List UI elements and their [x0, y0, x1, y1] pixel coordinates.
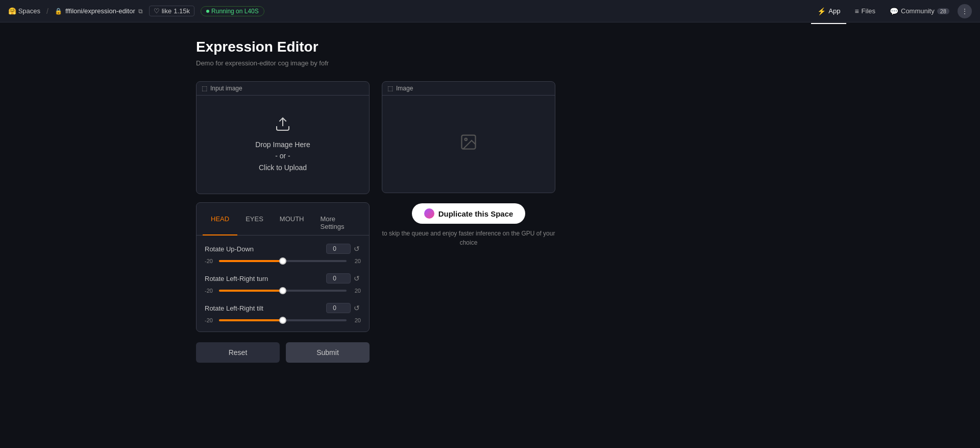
tab-more-settings[interactable]: More Settings	[312, 211, 363, 235]
rotate-lr-tilt-label: Rotate Left-Right tilt	[205, 304, 263, 312]
tab-files[interactable]: ≡ Files	[848, 5, 881, 17]
main-content: Expression Editor Demo for expression-ed…	[184, 22, 796, 379]
slider-max-2: 20	[351, 288, 361, 294]
action-buttons: Reset Submit	[196, 342, 370, 363]
slider-max-3: 20	[351, 317, 361, 323]
rotate-updown-reset[interactable]: ↺	[353, 244, 361, 254]
control-rotate-updown: Rotate Up-Down ↺ -20	[205, 244, 361, 264]
output-image-box: ⬚ Image	[382, 81, 555, 193]
rotate-updown-input[interactable]	[326, 244, 351, 254]
output-image-label: Image	[396, 85, 413, 92]
topnav: 🤗 Spaces / 🔒 fffiloni/expression-editor …	[0, 0, 980, 22]
control-value-box-2: ↺	[326, 273, 361, 284]
left-panel: ⬚ Input image Drop Image Here - or -	[196, 81, 370, 363]
slider-fill-2	[219, 290, 283, 292]
rotate-lr-tilt-reset[interactable]: ↺	[353, 303, 361, 313]
tab-community-label: Community	[901, 7, 935, 15]
tab-app-label: App	[828, 7, 840, 15]
image-output-icon: ⬚	[387, 85, 393, 92]
upload-click-label: Click to Upload	[255, 162, 310, 173]
topnav-left: 🤗 Spaces / 🔒 fffiloni/expression-editor …	[8, 6, 811, 16]
svg-point-2	[465, 138, 468, 141]
input-image-box: ⬚ Input image Drop Image Here - or -	[196, 81, 370, 194]
tab-mouth[interactable]: MOUTH	[272, 211, 312, 235]
tabs-and-controls: HEAD EYES MOUTH More Settings Rotate Up-…	[196, 202, 370, 332]
slider-fill-3	[219, 319, 283, 321]
repo-path: 🔒 fffiloni/expression-editor ⧉	[55, 7, 143, 15]
duplicate-btn-label: Duplicate this Space	[438, 209, 513, 218]
duplicate-desc: to skip the queue and enjoy faster infer…	[382, 229, 555, 247]
topnav-right: ⚡ App ≡ Files 💬 Community 28 ⋮	[811, 4, 972, 18]
page-subtitle: Demo for expression-editor cog image by …	[196, 59, 784, 67]
tab-app[interactable]: ⚡ App	[811, 5, 846, 17]
upload-text: Drop Image Here - or - Click to Upload	[255, 139, 310, 173]
rotate-lr-turn-input[interactable]	[326, 273, 351, 284]
copy-icon[interactable]: ⧉	[138, 8, 143, 15]
tab-files-label: Files	[862, 7, 875, 15]
slider-row-2: -20 20	[205, 288, 361, 294]
app-icon: ⚡	[817, 7, 826, 15]
slider-row-3: -20 20	[205, 317, 361, 323]
slider-max-1: 20	[351, 258, 361, 264]
slider-min-3: -20	[205, 317, 215, 323]
duplicate-cta: Duplicate this Space to skip the queue a…	[382, 203, 555, 247]
heart-icon: ♡	[154, 7, 160, 15]
tab-head[interactable]: HEAD	[203, 211, 237, 235]
slider-track-1[interactable]	[219, 260, 347, 262]
tabs-bar: HEAD EYES MOUTH More Settings	[197, 211, 369, 235]
slider-thumb-1[interactable]	[279, 257, 286, 265]
rotate-updown-label: Rotate Up-Down	[205, 245, 254, 253]
slider-thumb-3[interactable]	[279, 317, 286, 324]
control-value-box-1: ↺	[326, 244, 361, 254]
like-count: 1.15k	[174, 7, 190, 15]
control-label-row-1: Rotate Up-Down ↺	[205, 244, 361, 254]
running-label: Running on L40S	[211, 8, 259, 15]
output-image-body	[382, 96, 555, 193]
slider-track-2[interactable]	[219, 290, 347, 292]
repo-path-text[interactable]: fffiloni/expression-editor	[65, 7, 135, 15]
community-icon: 💬	[890, 7, 898, 15]
control-label-row-3: Rotate Left-Right tilt ↺	[205, 303, 361, 313]
user-avatar[interactable]: ⋮	[958, 4, 972, 18]
output-image-header: ⬚ Image	[382, 82, 555, 96]
rotate-lr-turn-reset[interactable]: ↺	[353, 273, 361, 284]
controls-inner: Rotate Up-Down ↺ -20	[197, 235, 369, 332]
duplicate-icon	[424, 208, 434, 219]
right-panel: ⬚ Image Duplicate	[382, 81, 555, 247]
like-button[interactable]: ♡ like 1.15k	[149, 6, 194, 16]
reset-button[interactable]: Reset	[196, 342, 280, 363]
tab-community[interactable]: 💬 Community 28	[884, 5, 955, 17]
control-rotate-lr-turn: Rotate Left-Right turn ↺ -20	[205, 273, 361, 294]
rotate-lr-turn-label: Rotate Left-Right turn	[205, 275, 268, 282]
like-label: like	[162, 7, 172, 15]
repo-lock-icon: 🔒	[55, 8, 62, 15]
image-placeholder-icon	[459, 133, 478, 155]
duplicate-space-button[interactable]: Duplicate this Space	[412, 203, 526, 224]
input-image-header: ⬚ Input image	[197, 82, 369, 96]
upload-or-label: - or -	[255, 150, 310, 161]
submit-button[interactable]: Submit	[286, 342, 370, 363]
page-title: Expression Editor	[196, 39, 784, 55]
slider-thumb-2[interactable]	[279, 287, 286, 294]
running-badge: Running on L40S	[201, 6, 264, 16]
control-rotate-lr-tilt: Rotate Left-Right tilt ↺ -20	[205, 303, 361, 323]
spaces-home-link[interactable]: 🤗 Spaces	[8, 7, 40, 15]
community-count: 28	[937, 8, 949, 14]
slider-min-1: -20	[205, 258, 215, 264]
slider-fill-1	[219, 260, 283, 262]
upload-drop-label: Drop Image Here	[255, 139, 310, 150]
tab-eyes[interactable]: EYES	[237, 211, 272, 235]
running-dot-icon	[206, 10, 209, 13]
control-label-row-2: Rotate Left-Right turn ↺	[205, 273, 361, 284]
upload-drop-zone[interactable]: Drop Image Here - or - Click to Upload	[197, 96, 369, 194]
control-value-box-3: ↺	[326, 303, 361, 313]
upload-icon	[275, 116, 291, 135]
slider-track-3[interactable]	[219, 319, 347, 321]
image-input-icon: ⬚	[202, 85, 207, 92]
app-layout: ⬚ Input image Drop Image Here - or -	[196, 81, 784, 363]
slider-row-1: -20 20	[205, 258, 361, 264]
rotate-lr-tilt-input[interactable]	[326, 303, 351, 313]
slider-min-2: -20	[205, 288, 215, 294]
input-image-label: Input image	[210, 85, 242, 92]
files-icon: ≡	[854, 7, 859, 15]
